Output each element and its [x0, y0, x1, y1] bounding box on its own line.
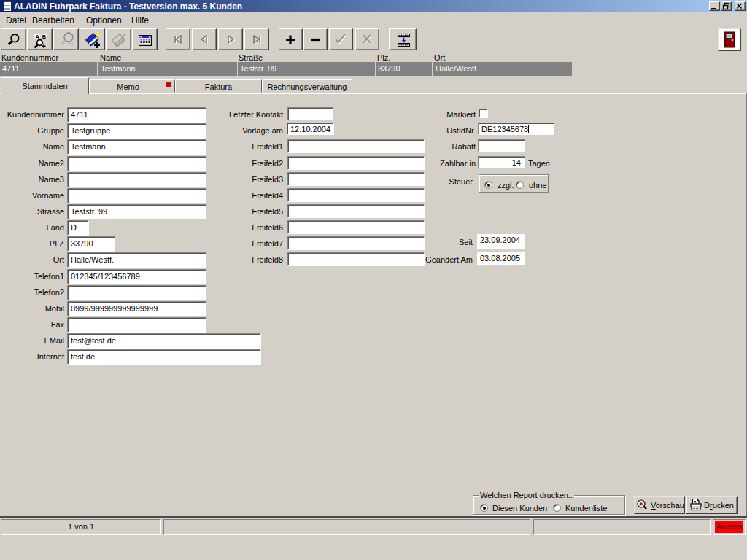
svg-text:B: B	[42, 34, 47, 40]
svg-text:A: A	[36, 34, 40, 40]
